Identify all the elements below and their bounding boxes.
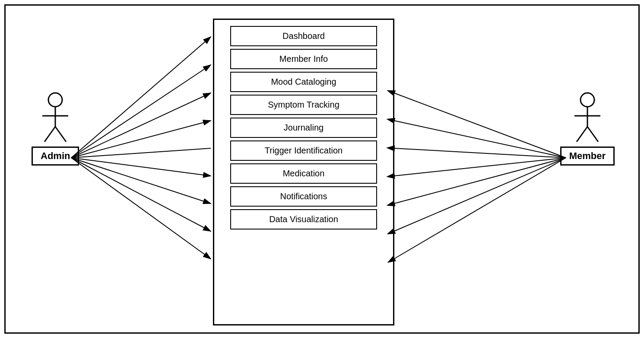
svg-line-3 bbox=[44, 127, 55, 142]
svg-line-4 bbox=[55, 127, 66, 142]
svg-point-5 bbox=[581, 93, 594, 107]
usecase-trigger-identification: Trigger Identification bbox=[230, 140, 377, 161]
usecase-container: Dashboard Member Info Mood Cataloging Sy… bbox=[213, 19, 394, 325]
usecase-data-visualization: Data Visualization bbox=[230, 209, 377, 230]
svg-line-8 bbox=[577, 127, 587, 142]
usecase-mood-cataloging: Mood Cataloging bbox=[230, 72, 377, 92]
admin-figure bbox=[40, 92, 70, 144]
usecase-medication: Medication bbox=[230, 163, 377, 184]
admin-label: Admin bbox=[32, 147, 79, 166]
usecase-member-info: Member Info bbox=[230, 49, 377, 69]
member-figure bbox=[572, 92, 603, 144]
usecase-dashboard: Dashboard bbox=[230, 26, 377, 46]
usecase-symptom-tracking: Symptom Tracking bbox=[230, 95, 377, 115]
svg-point-0 bbox=[48, 93, 62, 107]
admin-actor: Admin bbox=[32, 92, 79, 166]
svg-line-9 bbox=[587, 127, 598, 142]
diagram-border: Admin Member Dashboard Member Info Mood … bbox=[4, 4, 640, 334]
member-label: Member bbox=[560, 147, 615, 166]
usecase-journaling: Journaling bbox=[230, 118, 377, 138]
usecase-notifications: Notifications bbox=[230, 186, 377, 207]
member-actor: Member bbox=[560, 92, 615, 166]
